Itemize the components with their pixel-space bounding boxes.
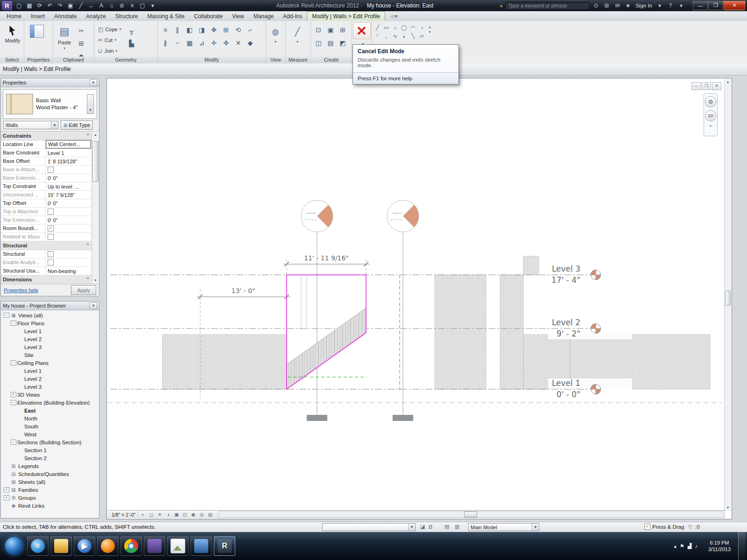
browser-item-3d-views[interactable]: +3D Views (1, 391, 99, 399)
property-value[interactable]: Level 1 (46, 149, 92, 157)
view-scale-button[interactable]: 1/8" = 1'-0" (109, 512, 138, 518)
level-3-name[interactable]: Level 3 (552, 264, 580, 273)
view-graphics-button[interactable]: ◍ ▾ (268, 22, 283, 55)
internet-explorer-taskbar-button[interactable]: e (27, 536, 49, 556)
photo-viewer-taskbar-button[interactable] (167, 536, 189, 556)
cancel-edit-mode-button[interactable]: ✕ (353, 22, 371, 39)
worksharing-display-icon[interactable]: ▤ (206, 511, 214, 518)
chevron-down-icon[interactable]: ▼ (532, 524, 539, 531)
offset-icon[interactable]: ∥ (172, 24, 183, 35)
browser-item-families[interactable]: +▨Families (1, 486, 99, 494)
section-header[interactable]: Dimensions⌃ (1, 275, 92, 284)
browser-item-groups[interactable]: +⊞Groups (1, 494, 99, 502)
checkbox-icon[interactable] (48, 209, 54, 215)
level-1-name[interactable]: Level 1 (552, 378, 580, 388)
property-value[interactable]: 15' 7 9/128" (46, 191, 92, 199)
properties-palette-titlebar[interactable]: Properties ✕ (1, 78, 99, 87)
show-desktop-button[interactable] (738, 532, 745, 560)
panel-label-view[interactable]: View (266, 56, 285, 63)
property-value[interactable] (46, 250, 92, 258)
restore-button[interactable]: ❐ (708, 1, 723, 10)
tab-annotate[interactable]: Annotate (49, 12, 81, 21)
array-icon[interactable]: ▦ (184, 37, 195, 49)
properties-scrollbar[interactable]: ▲ ▼ (92, 132, 99, 284)
view-minimize-icon[interactable]: — (691, 82, 701, 90)
trim-extend-icon[interactable]: ⌐ (245, 24, 256, 35)
drawing-canvas[interactable]: 11' - 11 9/16" 13' - 0" (107, 78, 726, 511)
dimension-left[interactable] (197, 294, 290, 299)
browser-item-elevations-building-elevation-[interactable]: −Elevations (Building Elevation) (1, 399, 99, 406)
elevation-marker-right[interactable] (387, 200, 419, 232)
app-blue-taskbar-button[interactable] (190, 536, 212, 556)
pin-icon[interactable]: ✛ (208, 37, 219, 49)
browser-item-sections-building-section-[interactable]: −Sections (Building Section) (1, 438, 99, 446)
scroll-down-icon[interactable]: ▼ (726, 504, 730, 511)
shadows-icon[interactable]: ◑ (164, 511, 172, 518)
navbar-dropdown-icon[interactable]: ▾ (710, 124, 712, 128)
polygon-icon[interactable]: ○ (391, 24, 399, 31)
delete-icon[interactable]: ✕ (233, 37, 244, 49)
aligned-dimension-icon[interactable]: ↔ (86, 1, 96, 10)
expand-icon[interactable]: + (11, 392, 16, 397)
cut-icon[interactable]: ✂ (76, 25, 87, 36)
center-arc-icon[interactable]: ◔ (418, 24, 426, 31)
network-tray-icon[interactable]: ▟ (688, 543, 691, 549)
measure-icon[interactable]: ╱ (76, 1, 85, 10)
tab-modify-walls-edit-profile[interactable]: Modify | Walls > Edit Profile (307, 11, 385, 21)
open-icon[interactable]: ▢ (14, 1, 24, 10)
panel-label-modify[interactable]: Modify (158, 56, 266, 63)
tab-collaborate[interactable]: Collaborate (190, 12, 227, 21)
create-parts-icon[interactable]: ◫ (313, 37, 324, 49)
project-browser-titlebar[interactable]: My house - Project Browser ✕ (1, 301, 99, 310)
horizontal-scroll-thumb[interactable] (464, 511, 477, 518)
unpin-icon[interactable]: ✜ (220, 37, 232, 49)
browser-item-level-1[interactable]: Level 1 (1, 327, 99, 335)
chevron-down-icon[interactable]: ▼ (51, 121, 58, 129)
beam-join-icon[interactable]: ╥ (126, 25, 137, 36)
collapse-icon[interactable]: − (11, 440, 16, 445)
editable-only-icon[interactable]: ◪ (420, 524, 425, 530)
volume-tray-icon[interactable]: ♪ (695, 543, 698, 549)
join-geometry-button[interactable]: ⊔Join▾ (96, 46, 123, 56)
worksharing-request-icon[interactable]: ▤ (444, 524, 449, 530)
thin-lines-icon[interactable]: ≡ (127, 1, 137, 10)
browser-item-legends[interactable]: ▥Legends (1, 462, 99, 470)
start-end-arc-icon[interactable]: ◠ (409, 24, 417, 31)
panel-label-measure[interactable]: Measure (286, 56, 310, 63)
section-header[interactable]: Constraints⌃ (1, 132, 92, 140)
property-value[interactable] (46, 208, 92, 216)
checkbox-icon[interactable] (48, 234, 54, 240)
browser-item-ceiling-plans[interactable]: −Ceiling Plans (1, 359, 99, 367)
scale-icon[interactable]: ⊿ (196, 37, 207, 49)
dimension-top[interactable] (283, 262, 369, 266)
property-value[interactable]: 0' 0" (46, 199, 92, 207)
browser-item-north[interactable]: North (1, 414, 99, 422)
pick-lines-icon[interactable]: ╲ (409, 33, 417, 40)
press-drag-checkbox[interactable]: ✓ Press & Drag (644, 524, 684, 530)
visual-style-icon[interactable]: ◻ (148, 511, 155, 518)
properties-close-icon[interactable]: ✕ (90, 79, 97, 86)
viewcube-2d-icon[interactable]: 2D (705, 110, 716, 121)
show-crop-region-icon[interactable]: ◰ (181, 511, 189, 518)
browser-item-level-3[interactable]: Level 3 (1, 383, 99, 391)
property-value[interactable]: 0' 0" (46, 174, 92, 182)
browser-item-floor-plans[interactable]: −Floor Plans (1, 319, 99, 327)
browser-item-level-2[interactable]: Level 2 (1, 375, 99, 383)
copy-icon[interactable]: ⊞ (76, 38, 87, 49)
tangent-arc-icon[interactable]: ◜ (374, 33, 381, 40)
spline-icon[interactable]: ∿ (391, 33, 399, 40)
view-close-icon[interactable]: ✕ (712, 82, 721, 90)
browser-item-east[interactable]: East (1, 406, 99, 414)
checkbox-checked-icon[interactable]: ✓ (48, 225, 54, 231)
browser-item-site[interactable]: Site (1, 351, 99, 359)
vertical-scrollbar[interactable]: ▲ ▼ (724, 79, 731, 511)
sun-path-icon[interactable]: ☀ (156, 511, 163, 518)
level-2-name[interactable]: Level 2 (552, 318, 580, 327)
checkbox-checked-icon[interactable]: ✓ (644, 524, 650, 530)
property-value[interactable] (46, 166, 92, 174)
move-icon[interactable]: ✥ (208, 24, 219, 35)
view-restore-icon[interactable]: ❐ (702, 82, 711, 90)
checkbox-icon[interactable] (48, 167, 54, 173)
infocenter-search-input[interactable] (505, 2, 589, 10)
property-value[interactable]: 1' 8 119/128" (46, 157, 92, 165)
